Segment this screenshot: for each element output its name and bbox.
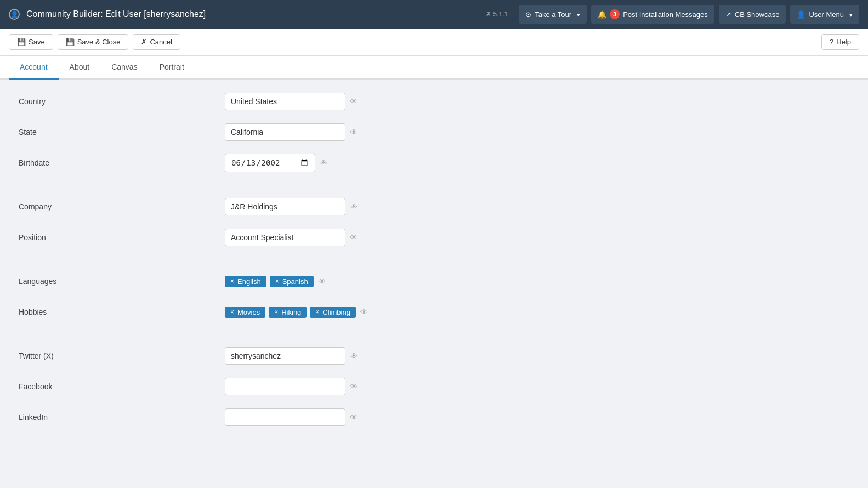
languages-label: Languages: [16, 277, 225, 286]
remove-movies-icon[interactable]: ×: [230, 308, 234, 316]
country-input[interactable]: [225, 93, 345, 110]
position-input[interactable]: [225, 229, 345, 246]
position-input-wrapper: 👁: [225, 229, 358, 246]
linkedin-visibility-icon[interactable]: 👁: [350, 413, 358, 422]
language-spanish-label: Spanish: [282, 277, 308, 286]
hobby-hiking-label: Hiking: [281, 308, 301, 316]
birthdate-input-wrapper: 👁: [225, 154, 327, 172]
company-row: Company 👁: [16, 196, 852, 218]
country-label: Country: [16, 97, 225, 106]
external-link-icon: ↗: [725, 10, 731, 19]
user-avatar-icon: 👤: [9, 9, 20, 20]
twitter-row: Twitter (X) 👁: [16, 345, 852, 367]
tab-canvas[interactable]: Canvas: [100, 56, 148, 80]
linkedin-input-wrapper: 👁: [225, 408, 358, 426]
hobbies-visibility-icon[interactable]: 👁: [360, 308, 368, 316]
facebook-visibility-icon[interactable]: 👁: [350, 382, 358, 391]
birthdate-visibility-icon[interactable]: 👁: [320, 158, 327, 167]
hobby-tag-climbing[interactable]: × Climbing: [310, 307, 356, 318]
linkedin-label: LinkedIn: [16, 413, 225, 422]
country-visibility-icon[interactable]: 👁: [350, 97, 358, 106]
user-menu-chevron-icon: [847, 10, 853, 19]
company-input[interactable]: [225, 198, 345, 215]
save-label: Save: [29, 38, 45, 46]
tab-about[interactable]: About: [59, 56, 101, 80]
take-tour-button[interactable]: ⊙ Take a Tour: [519, 5, 587, 24]
tab-account[interactable]: Account: [9, 56, 59, 80]
cancel-button[interactable]: ✗ Cancel: [133, 34, 180, 50]
state-input-wrapper: 👁: [225, 123, 358, 141]
hobby-movies-label: Movies: [237, 308, 260, 316]
hobby-tag-hiking[interactable]: × Hiking: [269, 307, 307, 318]
twitter-label: Twitter (X): [16, 351, 225, 360]
twitter-input[interactable]: [225, 347, 345, 365]
help-label: Help: [836, 38, 851, 46]
company-input-wrapper: 👁: [225, 198, 358, 215]
company-visibility-icon[interactable]: 👁: [350, 202, 358, 211]
version-label: ✗ 5.1.1: [486, 10, 508, 18]
notifications-button[interactable]: 🔔 3 Post Installation Messages: [591, 5, 714, 24]
hobbies-tags: × Movies × Hiking × Climbing: [225, 304, 356, 321]
notification-count: 3: [610, 9, 620, 19]
take-tour-chevron-icon: [575, 10, 580, 19]
tour-icon: ⊙: [525, 10, 531, 19]
save-close-icon: 💾: [66, 38, 75, 46]
main-content: Country 👁 State 👁 Birthdate 👁 Company 👁 …: [0, 80, 868, 483]
cb-showcase-button[interactable]: ↗ CB Showcase: [719, 5, 786, 24]
user-menu-icon: 👤: [797, 10, 805, 19]
save-icon: 💾: [17, 38, 26, 46]
languages-input-wrapper: × English × Spanish 👁: [225, 273, 326, 290]
linkedin-row: LinkedIn 👁: [16, 406, 852, 428]
remove-spanish-icon[interactable]: ×: [275, 277, 279, 285]
language-english-label: English: [237, 277, 261, 286]
hobbies-input-wrapper: × Movies × Hiking × Climbing 👁: [225, 304, 368, 321]
user-menu-label: User Menu: [809, 10, 844, 19]
save-button[interactable]: 💾 Save: [9, 34, 53, 50]
remove-hiking-icon[interactable]: ×: [274, 308, 278, 316]
country-row: Country 👁: [16, 90, 852, 112]
header-actions: ⊙ Take a Tour 🔔 3 Post Installation Mess…: [519, 5, 859, 24]
languages-row: Languages × English × Spanish 👁: [16, 270, 852, 292]
state-row: State 👁: [16, 121, 852, 143]
page-title: Community Builder: Edit User [sherrysanc…: [26, 9, 479, 19]
hobbies-label: Hobbies: [16, 308, 225, 316]
remove-climbing-icon[interactable]: ×: [315, 308, 319, 316]
language-tag-english[interactable]: × English: [225, 276, 266, 287]
hobby-climbing-label: Climbing: [322, 308, 350, 316]
save-close-button[interactable]: 💾 Save & Close: [58, 34, 129, 50]
position-row: Position 👁: [16, 226, 852, 248]
position-label: Position: [16, 233, 225, 242]
post-installation-label: Post Installation Messages: [623, 10, 708, 19]
tab-bar: Account About Canvas Portrait: [0, 56, 868, 80]
cancel-label: Cancel: [150, 38, 172, 46]
help-icon: ?: [830, 38, 833, 46]
facebook-input-wrapper: 👁: [225, 378, 358, 395]
facebook-input[interactable]: [225, 378, 345, 395]
cb-showcase-label: CB Showcase: [735, 10, 780, 19]
languages-visibility-icon[interactable]: 👁: [318, 277, 326, 286]
language-tag-spanish[interactable]: × Spanish: [270, 276, 314, 287]
remove-english-icon[interactable]: ×: [230, 277, 234, 285]
state-visibility-icon[interactable]: 👁: [350, 128, 358, 137]
hobby-tag-movies[interactable]: × Movies: [225, 307, 265, 318]
tab-portrait[interactable]: Portrait: [149, 56, 195, 80]
facebook-label: Facebook: [16, 382, 225, 391]
cancel-icon: ✗: [141, 38, 147, 46]
position-visibility-icon[interactable]: 👁: [350, 233, 358, 242]
birthdate-input[interactable]: [225, 154, 315, 172]
linkedin-input[interactable]: [225, 408, 345, 426]
country-input-wrapper: 👁: [225, 93, 358, 110]
take-tour-label: Take a Tour: [535, 10, 571, 19]
save-close-label: Save & Close: [77, 38, 121, 46]
birthdate-row: Birthdate 👁: [16, 152, 852, 174]
help-button[interactable]: ? Help: [821, 34, 859, 50]
twitter-visibility-icon[interactable]: 👁: [350, 351, 358, 360]
facebook-row: Facebook 👁: [16, 376, 852, 398]
company-label: Company: [16, 202, 225, 211]
user-menu-button[interactable]: 👤 User Menu: [790, 5, 859, 24]
toolbar: 💾 Save 💾 Save & Close ✗ Cancel ? Help: [0, 29, 868, 56]
twitter-input-wrapper: 👁: [225, 347, 358, 365]
state-input[interactable]: [225, 123, 345, 141]
app-header: 👤 Community Builder: Edit User [sherrysa…: [0, 0, 868, 29]
state-label: State: [16, 128, 225, 137]
